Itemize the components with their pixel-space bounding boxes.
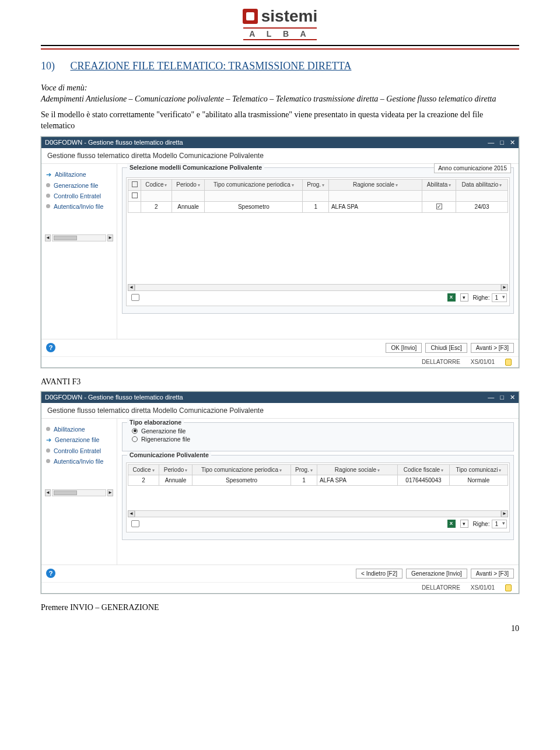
maximize-icon[interactable]: □ [500, 139, 504, 146]
sidebar-item-controllo[interactable]: Controllo Entratel [45, 191, 113, 201]
main-panel: Tipo elaborazione Generazione file Rigen… [117, 419, 519, 565]
status-user: DELLATORRE [422, 584, 460, 591]
divider [41, 48, 519, 50]
group-comunicazione-polivalente: Comunicazione Polivalente Codice▾ Period… [122, 455, 514, 540]
excel-icon[interactable]: X [447, 520, 456, 528]
rows-select[interactable]: 1 [492, 293, 507, 302]
sidebar-item-controllo[interactable]: Controllo Entratel [45, 446, 113, 455]
ok-button[interactable]: OK [Invio] [386, 343, 422, 353]
print-icon[interactable] [131, 294, 139, 301]
help-icon[interactable]: ? [46, 569, 55, 578]
group-tipo-elaborazione: Tipo elaborazione Generazione file Rigen… [122, 422, 514, 451]
lock-icon [505, 584, 512, 591]
window-titlebar: D0GFODWN - Gestione flusso telematico di… [41, 392, 519, 403]
status-bar: DELLATORRE XS/01/01 [41, 356, 519, 367]
lock-icon [505, 359, 512, 366]
window-footer: ? OK [Invio] Chiudi [Esc] Avanti > [F3] [41, 339, 519, 356]
sidebar-item-autentica[interactable]: Autentica/Invio file [45, 202, 113, 211]
sidebar-item-abilitazione[interactable]: ➔Abilitazione [45, 170, 113, 180]
select-all-checkbox[interactable] [132, 181, 138, 187]
sidebar-item-abilitazione[interactable]: Abilitazione [45, 425, 113, 434]
app-window-2: D0GFODWN - Gestione flusso telematico di… [41, 391, 519, 594]
section-label: CREAZIONE FILE TELEMATICO: TRASMISSIONE … [71, 60, 352, 72]
help-icon[interactable]: ? [46, 343, 55, 352]
window-title: D0GFODWN - Gestione flusso telematico di… [45, 139, 183, 146]
window-title: D0GFODWN - Gestione flusso telematico di… [45, 394, 183, 401]
radio-rigenerazione[interactable]: Rigenerazione file [132, 436, 510, 443]
sidebar-item-generazione[interactable]: ➔Generazione file [45, 435, 113, 445]
close-icon[interactable]: ✕ [510, 139, 515, 146]
grid-scrollbar[interactable]: ◄► [128, 510, 508, 517]
window-titlebar: D0GFODWN - Gestione flusso telematico di… [41, 137, 519, 148]
app-window-1: D0GFODWN - Gestione flusso telematico di… [41, 136, 519, 368]
chiudi-button[interactable]: Chiudi [Esc] [425, 343, 467, 353]
wizard-sidebar: Abilitazione ➔Generazione file Controllo… [41, 419, 117, 565]
group-selezione-modelli: Selezione modelli Comunicazione Polivale… [122, 167, 514, 314]
print-icon[interactable] [131, 520, 139, 527]
body-paragraph: Se il modello è stato correttamente "ver… [41, 110, 519, 132]
status-code: XS/01/01 [471, 584, 495, 591]
main-panel: Selezione modelli Comunicazione Polivale… [117, 164, 519, 339]
grid-scrollbar[interactable]: ◄► [128, 284, 508, 291]
models-table: Codice▾ Periodo▾ Tipo comunicazione peri… [128, 179, 508, 213]
minimize-icon[interactable]: — [488, 394, 494, 401]
window-footer: ? < Indietro [F2] Generazione [Invio] Av… [41, 565, 519, 582]
minimize-icon[interactable]: — [488, 139, 494, 146]
sidebar-scrollbar[interactable]: ◄► [45, 234, 113, 241]
status-code: XS/01/01 [471, 359, 495, 365]
filter-icon[interactable]: ▾ [460, 293, 468, 302]
sidebar-item-generazione[interactable]: Generazione file [45, 181, 113, 190]
generazione-button[interactable]: Generazione [Invio] [406, 569, 467, 579]
window-subheader: Gestione flusso telematico diretta Model… [41, 403, 519, 419]
status-bar: DELLATORRE XS/01/01 [41, 582, 519, 593]
footer-instruction: Premere INVIO – GENERAZIONE [41, 603, 519, 612]
abilitata-checkbox[interactable] [436, 204, 442, 209]
maximize-icon[interactable]: □ [500, 394, 504, 401]
close-icon[interactable]: ✕ [510, 394, 515, 401]
excel-icon[interactable]: X [447, 293, 456, 302]
comunicazione-table: Codice▾ Periodo▾ Tipo comunicazione peri… [128, 464, 508, 486]
filter-row[interactable] [128, 190, 508, 201]
arrow-right-icon: ➔ [46, 436, 51, 444]
section-heading: 10) CREAZIONE FILE TELEMATICO: TRASMISSI… [41, 60, 519, 72]
wizard-sidebar: ➔Abilitazione Generazione file Controllo… [41, 164, 117, 339]
rows-select[interactable]: 1 [492, 520, 507, 528]
avanti-button[interactable]: Avanti > [F3] [471, 343, 514, 353]
avanti-button[interactable]: Avanti > [F3] [471, 569, 514, 579]
table-row[interactable]: 2 Annuale Spesometro 1 ALFA SPA 24/03 [128, 201, 508, 212]
sidebar-item-autentica[interactable]: Autentica/Invio file [45, 457, 113, 466]
brand-text: sistemi [261, 7, 318, 26]
page-number: 10 [41, 624, 519, 633]
avanti-caption: AVANTI F3 [41, 377, 519, 387]
section-number: 10) [41, 60, 68, 72]
indietro-button[interactable]: < Indietro [F2] [356, 569, 402, 579]
arrow-right-icon: ➔ [46, 171, 51, 178]
radio-generazione[interactable]: Generazione file [132, 427, 510, 434]
sidebar-scrollbar[interactable]: ◄► [45, 489, 113, 496]
brand-mark-icon [243, 9, 258, 24]
page-logo: sistemi A L B A [41, 0, 519, 43]
anno-comunicazione: Anno comunicazione 2015 [434, 163, 511, 173]
status-user: DELLATORRE [422, 359, 460, 365]
brand-sub: A L B A [243, 27, 316, 40]
menu-voice: Voce di menù: Adempimenti Antielusione –… [41, 83, 519, 105]
filter-icon[interactable]: ▾ [460, 520, 468, 528]
divider [41, 45, 519, 46]
table-row[interactable]: 2 Annuale Spesometro 1 ALFA SPA 01764450… [128, 475, 508, 485]
window-subheader: Gestione flusso telematico diretta Model… [41, 148, 519, 164]
